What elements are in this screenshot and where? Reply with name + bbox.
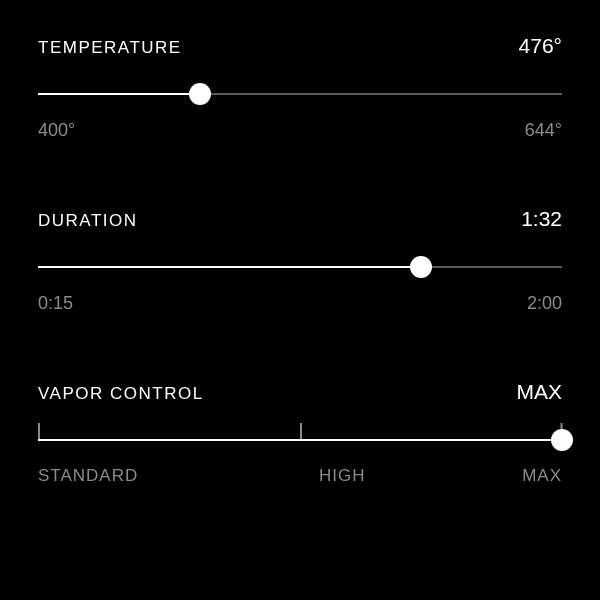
vapor-tick-standard [38,423,40,439]
vapor-tick-label-max: MAX [522,466,562,486]
duration-fill [38,266,421,268]
duration-track [38,266,562,268]
temperature-track [38,93,562,95]
vapor-tick-high [300,423,302,439]
vapor-fill [38,439,562,441]
duration-slider-group: DURATION 1:32 0:15 2:00 [38,207,562,314]
vapor-slider-group: VAPOR CONTROL MAX STANDARD HIGH MAX [38,380,562,486]
duration-range: 0:15 2:00 [38,293,562,314]
vapor-value: MAX [516,380,562,404]
temperature-fill [38,93,200,95]
temperature-range: 400° 644° [38,120,562,141]
vapor-header: VAPOR CONTROL MAX [38,380,562,404]
temperature-label: TEMPERATURE [38,38,182,58]
vapor-tick-label-standard: STANDARD [38,466,138,486]
duration-slider[interactable] [38,257,562,277]
temperature-slider-group: TEMPERATURE 476° 400° 644° [38,34,562,141]
temperature-min: 400° [38,120,75,141]
vapor-tick-labels: STANDARD HIGH MAX [38,466,562,486]
temperature-max: 644° [525,120,562,141]
temperature-thumb[interactable] [189,83,211,105]
vapor-label: VAPOR CONTROL [38,384,204,404]
duration-label: DURATION [38,211,138,231]
temperature-header: TEMPERATURE 476° [38,34,562,58]
duration-max: 2:00 [527,293,562,314]
duration-value: 1:32 [521,207,562,231]
vapor-thumb[interactable] [551,429,573,451]
temperature-slider[interactable] [38,84,562,104]
vapor-slider[interactable] [38,430,562,450]
duration-thumb[interactable] [410,256,432,278]
duration-min: 0:15 [38,293,73,314]
duration-header: DURATION 1:32 [38,207,562,231]
vapor-track [38,439,562,441]
temperature-value: 476° [519,34,562,58]
vapor-tick-label-high: HIGH [319,466,366,486]
